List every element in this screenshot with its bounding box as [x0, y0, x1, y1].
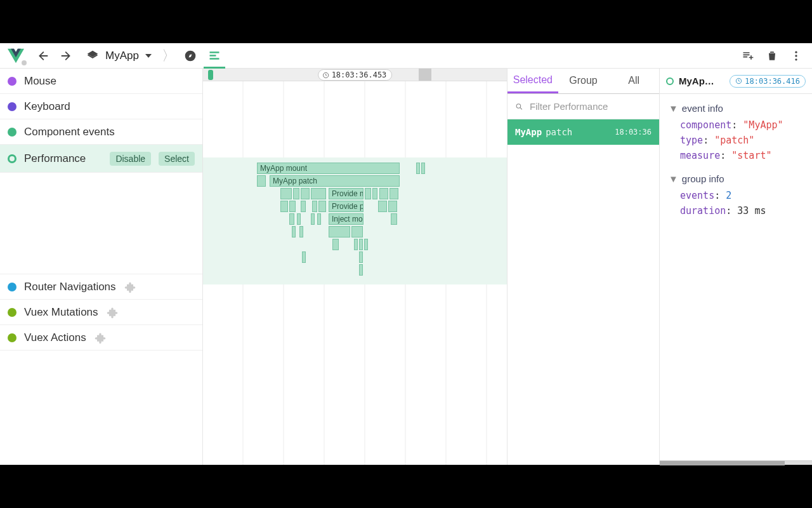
timeline-scrubber[interactable]: 18:03:36.453 [203, 69, 507, 81]
flame-span[interactable] [280, 201, 288, 212]
nav-back-icon[interactable] [32, 45, 53, 67]
layer-dot-icon [8, 77, 16, 86]
playlist-add-icon[interactable] [737, 45, 759, 67]
select-button[interactable]: Select [159, 152, 195, 166]
timeline-icon[interactable] [204, 43, 225, 69]
flame-span[interactable] [297, 213, 301, 225]
flame-span[interactable] [289, 213, 294, 225]
flame-span[interactable] [421, 163, 425, 174]
event-name: MyApp [515, 127, 542, 137]
tab-group[interactable]: Group [558, 69, 609, 93]
sidebar-item-keyboard[interactable]: Keyboard [0, 94, 202, 119]
breadcrumb-separator: 〉 [160, 46, 177, 65]
timeline-marker[interactable] [208, 70, 213, 80]
compass-icon[interactable] [180, 45, 201, 67]
scrollbar-thumb[interactable] [660, 461, 785, 465]
sidebar-item-vuex-actions[interactable]: Vuex Actions [0, 325, 202, 351]
flame-span[interactable]: MyApp mount [257, 163, 400, 174]
app-selector[interactable]: MyApp [80, 47, 158, 65]
kv-row: measure: "start" [669, 148, 803, 163]
svg-point-2 [795, 55, 797, 57]
flame-span[interactable] [302, 251, 306, 263]
flame-span[interactable] [301, 188, 310, 199]
flame-span[interactable] [311, 188, 326, 199]
status-dot-icon [22, 60, 27, 65]
flame-span[interactable] [292, 226, 296, 237]
tab-all[interactable]: All [608, 69, 659, 93]
sidebar-label: Vuex Actions [24, 331, 86, 344]
flame-span[interactable] [388, 201, 397, 212]
sidebar-item-router[interactable]: Router Navigations [0, 274, 202, 300]
layer-ring-icon [666, 77, 674, 85]
plugin-icon [106, 306, 119, 319]
sidebar-label: Router Navigations [24, 281, 116, 293]
flame-span[interactable] [359, 264, 363, 276]
scrubber-viewport[interactable] [419, 69, 431, 81]
plugin-icon [94, 331, 107, 344]
layer-dot-icon [8, 102, 16, 111]
sidebar-item-mouse[interactable]: Mouse [0, 69, 202, 94]
flame-span[interactable] [359, 239, 363, 250]
flame-span[interactable] [318, 201, 326, 212]
trash-icon[interactable] [761, 45, 783, 67]
layer-dot-icon [8, 333, 16, 342]
flame-span[interactable] [257, 175, 266, 187]
sidebar-item-component-events[interactable]: Component events [0, 119, 202, 145]
flame-span[interactable] [301, 201, 306, 212]
flame-span[interactable]: Provide p [329, 201, 363, 212]
tab-selected[interactable]: Selected [508, 69, 558, 93]
sidebar-label: Mouse [24, 75, 56, 88]
timeline-pane: 18:03:36.453 MyApp mount MyApp patch [203, 69, 508, 465]
filter-input[interactable] [528, 100, 652, 112]
flame-graph[interactable]: MyApp mount MyApp patch Provide m [203, 81, 507, 465]
event-time: 18:03:36 [615, 128, 652, 137]
flame-span[interactable] [329, 226, 350, 237]
flame-span[interactable] [289, 201, 296, 212]
flame-span[interactable] [312, 201, 317, 212]
flame-span[interactable] [391, 213, 397, 225]
flame-span[interactable] [390, 188, 398, 199]
flame-span[interactable] [379, 188, 388, 199]
plugin-icon [124, 281, 136, 293]
flame-span[interactable] [416, 163, 420, 174]
flame-span[interactable] [354, 239, 358, 250]
sidebar-item-vuex-mutations[interactable]: Vuex Mutations [0, 300, 202, 325]
group-group-info[interactable]: ▼ group info [669, 170, 803, 188]
timestamp-badge: 18:03:36.453 [318, 69, 393, 81]
flame-span[interactable] [372, 188, 377, 199]
sidebar-item-performance[interactable]: Performance Disable Select [0, 145, 202, 173]
svg-point-3 [795, 58, 797, 60]
svg-point-1 [795, 51, 797, 53]
nav-forward-icon[interactable] [56, 45, 77, 67]
flame-span[interactable] [311, 213, 315, 225]
flame-span[interactable] [364, 239, 368, 250]
layer-dot-icon [8, 128, 16, 137]
group-title: event info [682, 103, 723, 114]
group-event-info[interactable]: ▼ event info [669, 99, 803, 117]
details-title: MyAp… [679, 76, 717, 86]
timestamp: 18:03:36.453 [332, 70, 387, 79]
svg-point-5 [516, 104, 521, 108]
more-icon[interactable] [785, 45, 807, 67]
events-pane: Selected Group All MyApp patch 18:03:36 [508, 69, 660, 465]
flame-span[interactable] [317, 213, 321, 225]
flame-span[interactable] [359, 251, 363, 263]
disable-button[interactable]: Disable [110, 152, 151, 166]
flame-span[interactable] [351, 226, 363, 237]
flame-span[interactable] [299, 226, 303, 237]
kv-row: type: "patch" [669, 133, 803, 148]
layer-dot-icon [8, 308, 16, 317]
sidebar-label: Component events [24, 126, 115, 138]
flame-span[interactable] [280, 188, 292, 199]
flame-span[interactable] [378, 201, 387, 212]
flame-span[interactable]: Provide m [329, 188, 363, 199]
flame-span[interactable] [365, 188, 371, 199]
flame-span[interactable]: Inject mou [329, 213, 363, 225]
horizontal-scrollbar[interactable] [660, 460, 812, 465]
sidebar-gap [0, 173, 202, 274]
flame-span[interactable] [332, 239, 339, 250]
flame-span[interactable]: MyApp patch [270, 175, 400, 187]
flame-span[interactable] [293, 188, 299, 199]
event-row[interactable]: MyApp patch 18:03:36 [508, 119, 659, 145]
top-toolbar: MyApp 〉 [0, 43, 812, 69]
